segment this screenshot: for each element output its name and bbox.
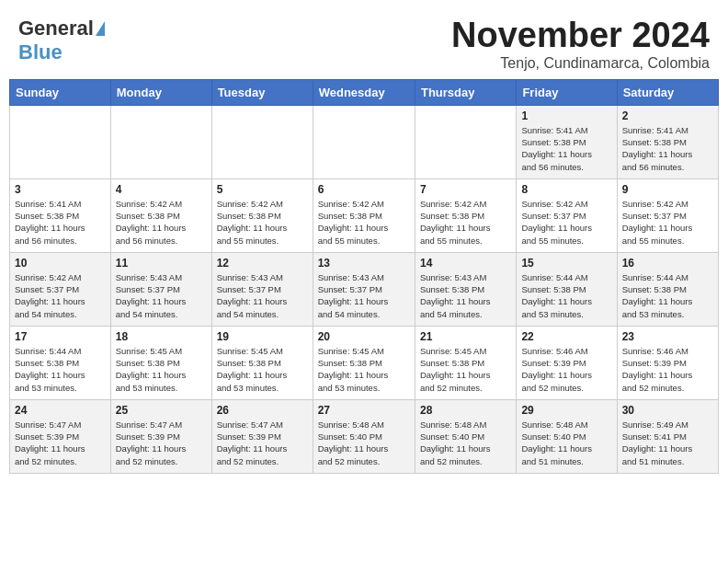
- day-number: 5: [217, 183, 308, 196]
- day-number: 14: [420, 257, 511, 270]
- day-info: Sunrise: 5:48 AM Sunset: 5:40 PM Dayligh…: [420, 419, 511, 467]
- calendar-cell: 20Sunrise: 5:45 AM Sunset: 5:38 PM Dayli…: [313, 326, 415, 399]
- day-info: Sunrise: 5:42 AM Sunset: 5:37 PM Dayligh…: [521, 198, 611, 247]
- location-text: Tenjo, Cundinamarca, Colombia: [451, 55, 710, 72]
- day-info: Sunrise: 5:43 AM Sunset: 5:38 PM Dayligh…: [420, 271, 511, 320]
- calendar-cell: 22Sunrise: 5:46 AM Sunset: 5:39 PM Dayli…: [517, 326, 617, 399]
- calendar-cell: 23Sunrise: 5:46 AM Sunset: 5:39 PM Dayli…: [617, 326, 718, 399]
- calendar-cell: 18Sunrise: 5:45 AM Sunset: 5:38 PM Dayli…: [110, 326, 211, 399]
- day-info: Sunrise: 5:42 AM Sunset: 5:37 PM Dayligh…: [622, 198, 713, 247]
- header-cell-saturday: Saturday: [617, 79, 718, 105]
- day-info: Sunrise: 5:44 AM Sunset: 5:38 PM Dayligh…: [15, 345, 106, 394]
- calendar-cell: 12Sunrise: 5:43 AM Sunset: 5:37 PM Dayli…: [211, 252, 313, 326]
- day-number: 12: [217, 257, 308, 270]
- calendar-cell: 26Sunrise: 5:47 AM Sunset: 5:39 PM Dayli…: [211, 399, 313, 473]
- day-number: 18: [116, 330, 207, 343]
- calendar-cell: [415, 105, 516, 178]
- calendar-cell: 4Sunrise: 5:42 AM Sunset: 5:38 PM Daylig…: [110, 178, 211, 252]
- calendar-cell: 24Sunrise: 5:47 AM Sunset: 5:39 PM Dayli…: [10, 399, 111, 473]
- day-info: Sunrise: 5:42 AM Sunset: 5:38 PM Dayligh…: [318, 198, 410, 247]
- calendar-cell: 29Sunrise: 5:48 AM Sunset: 5:40 PM Dayli…: [517, 399, 617, 473]
- calendar-body: 1Sunrise: 5:41 AM Sunset: 5:38 PM Daylig…: [10, 105, 719, 473]
- day-info: Sunrise: 5:46 AM Sunset: 5:39 PM Dayligh…: [521, 345, 611, 394]
- calendar-cell: 17Sunrise: 5:44 AM Sunset: 5:38 PM Dayli…: [10, 326, 111, 399]
- header-cell-thursday: Thursday: [415, 79, 516, 105]
- day-info: Sunrise: 5:41 AM Sunset: 5:38 PM Dayligh…: [15, 198, 106, 247]
- header-cell-tuesday: Tuesday: [211, 79, 313, 105]
- day-info: Sunrise: 5:42 AM Sunset: 5:37 PM Dayligh…: [15, 271, 106, 320]
- day-number: 16: [622, 257, 713, 270]
- day-number: 7: [420, 183, 511, 196]
- calendar-week-0: 1Sunrise: 5:41 AM Sunset: 5:38 PM Daylig…: [10, 105, 719, 178]
- calendar-header: SundayMondayTuesdayWednesdayThursdayFrid…: [10, 79, 719, 105]
- day-number: 13: [318, 257, 410, 270]
- calendar-week-3: 17Sunrise: 5:44 AM Sunset: 5:38 PM Dayli…: [10, 326, 719, 399]
- day-info: Sunrise: 5:43 AM Sunset: 5:37 PM Dayligh…: [217, 271, 308, 320]
- calendar-cell: [10, 105, 111, 178]
- calendar-cell: [313, 105, 415, 178]
- calendar-week-1: 3Sunrise: 5:41 AM Sunset: 5:38 PM Daylig…: [10, 178, 719, 252]
- day-number: 24: [15, 404, 106, 417]
- day-info: Sunrise: 5:47 AM Sunset: 5:39 PM Dayligh…: [116, 419, 207, 467]
- calendar-cell: 14Sunrise: 5:43 AM Sunset: 5:38 PM Dayli…: [415, 252, 516, 326]
- day-info: Sunrise: 5:47 AM Sunset: 5:39 PM Dayligh…: [217, 419, 308, 467]
- month-title: November 2024: [451, 17, 710, 55]
- calendar-cell: 13Sunrise: 5:43 AM Sunset: 5:37 PM Dayli…: [313, 252, 415, 326]
- day-info: Sunrise: 5:43 AM Sunset: 5:37 PM Dayligh…: [318, 271, 410, 320]
- day-number: 15: [521, 257, 611, 270]
- calendar-cell: 10Sunrise: 5:42 AM Sunset: 5:37 PM Dayli…: [10, 252, 111, 326]
- day-number: 17: [15, 330, 106, 343]
- day-info: Sunrise: 5:43 AM Sunset: 5:37 PM Dayligh…: [116, 271, 207, 320]
- page-header: General Blue November 2024 Tenjo, Cundin…: [0, 0, 728, 79]
- day-number: 4: [116, 183, 207, 196]
- day-number: 30: [622, 404, 713, 417]
- calendar-cell: 1Sunrise: 5:41 AM Sunset: 5:38 PM Daylig…: [517, 105, 617, 178]
- day-info: Sunrise: 5:48 AM Sunset: 5:40 PM Dayligh…: [318, 419, 410, 467]
- calendar-cell: 28Sunrise: 5:48 AM Sunset: 5:40 PM Dayli…: [415, 399, 516, 473]
- day-info: Sunrise: 5:42 AM Sunset: 5:38 PM Dayligh…: [116, 198, 207, 247]
- day-info: Sunrise: 5:41 AM Sunset: 5:38 PM Dayligh…: [521, 124, 611, 173]
- day-number: 1: [521, 109, 611, 122]
- header-cell-monday: Monday: [110, 79, 211, 105]
- calendar-cell: 11Sunrise: 5:43 AM Sunset: 5:37 PM Dayli…: [110, 252, 211, 326]
- day-number: 20: [318, 330, 410, 343]
- day-number: 26: [217, 404, 308, 417]
- calendar-cell: 7Sunrise: 5:42 AM Sunset: 5:38 PM Daylig…: [415, 178, 516, 252]
- day-number: 11: [116, 257, 207, 270]
- logo: General Blue: [18, 17, 105, 64]
- day-number: 10: [15, 257, 106, 270]
- day-number: 29: [521, 404, 611, 417]
- title-area: November 2024 Tenjo, Cundinamarca, Colom…: [451, 17, 710, 72]
- day-number: 8: [521, 183, 611, 196]
- logo-triangle-icon: [96, 21, 105, 36]
- calendar-cell: 27Sunrise: 5:48 AM Sunset: 5:40 PM Dayli…: [313, 399, 415, 473]
- day-info: Sunrise: 5:44 AM Sunset: 5:38 PM Dayligh…: [521, 271, 611, 320]
- header-row: SundayMondayTuesdayWednesdayThursdayFrid…: [10, 79, 719, 105]
- day-info: Sunrise: 5:45 AM Sunset: 5:38 PM Dayligh…: [420, 345, 511, 394]
- calendar-cell: [211, 105, 313, 178]
- calendar-wrap: SundayMondayTuesdayWednesdayThursdayFrid…: [0, 79, 728, 483]
- calendar-cell: 3Sunrise: 5:41 AM Sunset: 5:38 PM Daylig…: [10, 178, 111, 252]
- day-info: Sunrise: 5:46 AM Sunset: 5:39 PM Dayligh…: [622, 345, 713, 394]
- calendar-cell: 8Sunrise: 5:42 AM Sunset: 5:37 PM Daylig…: [517, 178, 617, 252]
- day-info: Sunrise: 5:42 AM Sunset: 5:38 PM Dayligh…: [420, 198, 511, 247]
- day-number: 22: [521, 330, 611, 343]
- calendar-cell: 21Sunrise: 5:45 AM Sunset: 5:38 PM Dayli…: [415, 326, 516, 399]
- header-cell-wednesday: Wednesday: [313, 79, 415, 105]
- day-number: 19: [217, 330, 308, 343]
- day-number: 28: [420, 404, 511, 417]
- day-number: 25: [116, 404, 207, 417]
- calendar-cell: 16Sunrise: 5:44 AM Sunset: 5:38 PM Dayli…: [617, 252, 718, 326]
- day-info: Sunrise: 5:42 AM Sunset: 5:38 PM Dayligh…: [217, 198, 308, 247]
- calendar-table: SundayMondayTuesdayWednesdayThursdayFrid…: [9, 79, 719, 474]
- day-info: Sunrise: 5:48 AM Sunset: 5:40 PM Dayligh…: [521, 419, 611, 467]
- header-cell-sunday: Sunday: [10, 79, 111, 105]
- day-info: Sunrise: 5:49 AM Sunset: 5:41 PM Dayligh…: [622, 419, 713, 467]
- calendar-cell: 9Sunrise: 5:42 AM Sunset: 5:37 PM Daylig…: [617, 178, 718, 252]
- calendar-cell: 30Sunrise: 5:49 AM Sunset: 5:41 PM Dayli…: [617, 399, 718, 473]
- day-number: 23: [622, 330, 713, 343]
- day-info: Sunrise: 5:45 AM Sunset: 5:38 PM Dayligh…: [116, 345, 207, 394]
- day-number: 9: [622, 183, 713, 196]
- day-info: Sunrise: 5:45 AM Sunset: 5:38 PM Dayligh…: [318, 345, 410, 394]
- calendar-cell: [110, 105, 211, 178]
